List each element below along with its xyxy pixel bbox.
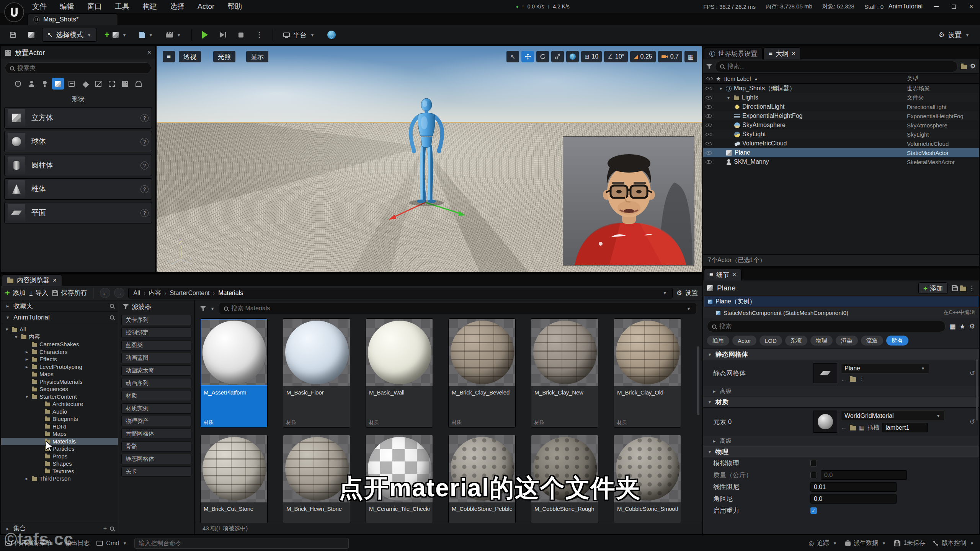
visibility-eye-icon[interactable]: [706, 141, 712, 147]
category-cinematic-icon[interactable]: [65, 78, 77, 90]
menu-tools[interactable]: 工具: [115, 2, 129, 11]
filter-skeleton[interactable]: 骨骼: [121, 441, 191, 452]
chip-misc[interactable]: 杂项: [785, 336, 807, 346]
category-geometry-icon[interactable]: [92, 78, 104, 90]
chip-rendering[interactable]: 渲染: [836, 336, 858, 346]
mannequin-character[interactable]: [398, 95, 455, 206]
outliner-row-directionallight[interactable]: DirectionalLightDirectionalLight: [703, 102, 979, 111]
browse-icon[interactable]: [850, 377, 856, 382]
filter-icon[interactable]: [706, 64, 712, 69]
asset-tile-m-brick-clay-old[interactable]: M_Brick_Clay_Old材质: [614, 318, 681, 428]
outliner-row-skyatmosphere[interactable]: SkyAtmosphereSkyAtmosphere: [703, 121, 979, 130]
outliner-row-lights-folder[interactable]: ▾ Lights文件夹: [703, 93, 979, 102]
tree-item-effects[interactable]: ▸Effects: [1, 355, 118, 363]
section-static-mesh[interactable]: ▾ 静态网格体: [703, 349, 979, 360]
filter-blueprint-class[interactable]: 蓝图类: [121, 340, 191, 350]
frame-skip-button[interactable]: [216, 28, 231, 42]
gear-icon[interactable]: ⚙: [970, 62, 976, 70]
move-tool-icon[interactable]: [521, 51, 534, 62]
close-icon[interactable]: ×: [732, 271, 736, 279]
instance-row[interactable]: Plane（实例）: [704, 296, 978, 307]
trace-button[interactable]: ◎ 追踪 ▾: [808, 539, 838, 547]
reset-icon[interactable]: ↺: [970, 418, 975, 426]
chip-streaming[interactable]: 流送: [861, 336, 883, 346]
visibility-eye-icon[interactable]: [706, 132, 712, 137]
scale-snap-control[interactable]: ◢ 0.25: [630, 51, 656, 62]
search-icon[interactable]: [110, 527, 114, 531]
maximize-button[interactable]: [945, 0, 962, 13]
help-icon[interactable]: ?: [140, 161, 149, 170]
filter-skeletal-mesh[interactable]: 骨骼网格体: [121, 429, 191, 439]
details-search[interactable]: [707, 321, 946, 332]
project-root-header[interactable]: ▾ AnimTutorial: [1, 312, 118, 323]
visibility-eye-icon[interactable]: [706, 113, 712, 119]
pin-column-icon[interactable]: ★: [716, 75, 721, 82]
outliner-row-volumetriccloud[interactable]: VolumetricCloudVolumetricCloud: [703, 139, 979, 148]
crumb-materials[interactable]: Materials: [218, 290, 243, 297]
browse-icon[interactable]: [850, 426, 856, 430]
chip-actor[interactable]: Actor: [732, 336, 756, 346]
tab-content-browser[interactable]: 内容浏览器 ×: [2, 274, 62, 286]
visibility-column-icon[interactable]: [706, 76, 713, 82]
use-selected-icon[interactable]: ←: [841, 376, 847, 382]
tab-details[interactable]: ≡ 细节 ×: [704, 269, 742, 280]
unsaved-button[interactable]: 1未保存: [894, 539, 925, 547]
filter-anim-sequence[interactable]: 动画序列: [121, 378, 191, 388]
visibility-eye-icon[interactable]: [706, 122, 712, 128]
tab-outliner[interactable]: ≡ 大纲 ×: [763, 47, 801, 59]
breadcrumb[interactable]: All › 内容 › StarterContent › Materials ▾: [128, 288, 672, 298]
visibility-eye-icon[interactable]: [706, 150, 712, 156]
tab-world-settings[interactable]: 世界场景设置: [704, 47, 763, 59]
tree-item-levelprototyping[interactable]: ▸LevelPrototyping: [1, 363, 118, 371]
cinematics-button[interactable]: ▾: [161, 28, 186, 42]
tree-item-blueprints[interactable]: Blueprints: [1, 415, 118, 423]
cb-settings-button[interactable]: ⚙ 设置: [676, 289, 698, 297]
forward-button[interactable]: →: [114, 288, 124, 298]
chevron-down-icon[interactable]: ▾: [718, 86, 724, 91]
outliner-row-skm-manny[interactable]: SKM_MannySkeletalMeshActor: [703, 157, 979, 166]
help-icon[interactable]: ?: [140, 185, 149, 193]
filter-material-instance[interactable]: 材质实例: [121, 403, 191, 414]
details-scrollbar[interactable]: [976, 359, 978, 421]
scale-tool-icon[interactable]: [551, 51, 564, 62]
web-globe-icon[interactable]: [323, 28, 340, 42]
close-icon[interactable]: ×: [147, 49, 151, 57]
tree-item-all[interactable]: ▾All: [1, 326, 118, 333]
add-actor-button[interactable]: + ▾: [100, 28, 132, 42]
display-options-icon[interactable]: ▦: [949, 323, 956, 331]
chevron-down-icon[interactable]: ▾: [662, 290, 668, 296]
menu-actor[interactable]: Actor: [198, 2, 214, 11]
level-tab[interactable]: Map_Shots*: [28, 13, 118, 25]
category-lights-icon[interactable]: [39, 78, 51, 90]
search-icon[interactable]: [110, 315, 114, 320]
tree-item-materials[interactable]: Materials: [1, 438, 118, 445]
crumb-content[interactable]: 内容: [149, 289, 161, 297]
filter-control-rig[interactable]: 控制绑定: [121, 328, 191, 338]
place-actor-search[interactable]: [5, 62, 151, 74]
filter-material[interactable]: 材质: [121, 391, 191, 401]
static-mesh-combo[interactable]: Plane ▾: [841, 363, 929, 373]
tree-item-maps[interactable]: Maps: [1, 370, 118, 378]
tree-item-props[interactable]: Props: [1, 453, 118, 460]
tree-item-camerashakes[interactable]: CameraShakes: [1, 341, 118, 348]
help-icon[interactable]: ?: [140, 114, 149, 122]
material-combo[interactable]: WorldGridMaterial ▾: [841, 411, 944, 421]
category-volumes-icon[interactable]: [106, 78, 118, 90]
category-misc-icon[interactable]: [132, 78, 144, 90]
chip-general[interactable]: 通用: [707, 336, 729, 346]
viewport-menu-button[interactable]: ≡: [163, 51, 175, 62]
asset-tile-m-assetplatform[interactable]: M_AssetPlatform材质: [200, 318, 268, 428]
tree-item-shapes[interactable]: Shapes: [1, 460, 118, 468]
rotate-tool-icon[interactable]: [536, 51, 549, 62]
lit-mode-button[interactable]: 光照: [213, 51, 235, 62]
outliner-row-heightfog[interactable]: ExponentialHeightFogExponentialHeightFog: [703, 111, 979, 121]
chip-lod[interactable]: LOD: [760, 336, 782, 346]
visibility-eye-icon[interactable]: [706, 95, 712, 101]
visibility-eye-icon[interactable]: [706, 104, 712, 110]
menu-edit[interactable]: 编辑: [60, 2, 74, 11]
derived-data-button[interactable]: 派生数据 ▾: [845, 539, 887, 547]
console-command-input[interactable]: [139, 540, 345, 547]
close-icon[interactable]: ×: [792, 50, 795, 57]
show-button[interactable]: 显示: [246, 51, 268, 62]
details-search-input[interactable]: [719, 323, 941, 330]
